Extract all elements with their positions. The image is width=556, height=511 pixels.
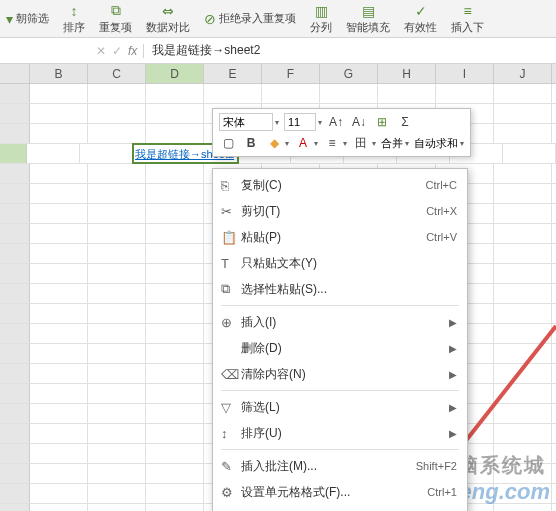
cell[interactable] bbox=[146, 284, 204, 303]
cell[interactable] bbox=[494, 184, 552, 203]
row-header[interactable] bbox=[0, 404, 30, 423]
cell[interactable] bbox=[30, 164, 88, 183]
cell[interactable] bbox=[30, 184, 88, 203]
cell[interactable] bbox=[494, 404, 552, 423]
ribbon-insert-down[interactable]: ≡ 插入下 bbox=[451, 3, 484, 35]
menu-item-15[interactable]: 从下拉列表中选择(K)... bbox=[213, 505, 467, 511]
cancel-icon[interactable]: ✕ bbox=[96, 44, 106, 58]
cell[interactable] bbox=[146, 304, 204, 323]
cell[interactable] bbox=[146, 84, 204, 103]
cell[interactable] bbox=[88, 384, 146, 403]
cell[interactable] bbox=[262, 84, 320, 103]
cell[interactable] bbox=[88, 284, 146, 303]
cell[interactable] bbox=[88, 364, 146, 383]
cell[interactable] bbox=[494, 324, 552, 343]
menu-item-11[interactable]: ↕排序(U)▶ bbox=[213, 420, 467, 446]
cell[interactable] bbox=[146, 504, 204, 511]
row-header[interactable] bbox=[0, 244, 30, 263]
select-all-corner[interactable] bbox=[0, 64, 30, 83]
row-header[interactable] bbox=[0, 104, 30, 123]
ribbon-validate[interactable]: ✓ 有效性 bbox=[404, 3, 437, 35]
row-header[interactable] bbox=[0, 344, 30, 363]
cell[interactable] bbox=[494, 164, 552, 183]
cell[interactable] bbox=[436, 84, 494, 103]
cell[interactable] bbox=[494, 424, 552, 443]
ribbon-filter-partial[interactable]: ▾ 朝筛选 bbox=[6, 11, 49, 27]
menu-item-0[interactable]: ⎘复制(C)Ctrl+C bbox=[213, 172, 467, 198]
ribbon-compare[interactable]: ⇔ 数据对比 bbox=[146, 3, 190, 35]
cell[interactable] bbox=[204, 84, 262, 103]
font-size-input[interactable] bbox=[284, 113, 316, 131]
cell[interactable] bbox=[88, 204, 146, 223]
cell[interactable] bbox=[494, 444, 552, 463]
row-header[interactable] bbox=[0, 384, 30, 403]
cell[interactable] bbox=[88, 264, 146, 283]
align-icon[interactable]: ≡ bbox=[323, 134, 341, 152]
cell[interactable] bbox=[494, 484, 552, 503]
cell[interactable] bbox=[30, 284, 88, 303]
cell[interactable] bbox=[494, 204, 552, 223]
sum-icon[interactable]: Σ bbox=[396, 113, 414, 131]
row-header[interactable] bbox=[0, 264, 30, 283]
cell[interactable] bbox=[494, 264, 552, 283]
cell[interactable] bbox=[146, 484, 204, 503]
cell[interactable] bbox=[146, 424, 204, 443]
cell[interactable] bbox=[146, 444, 204, 463]
cell[interactable] bbox=[88, 444, 146, 463]
cell[interactable] bbox=[88, 464, 146, 483]
cell[interactable] bbox=[146, 204, 204, 223]
cell[interactable] bbox=[494, 384, 552, 403]
cell[interactable] bbox=[146, 124, 204, 143]
borders-icon[interactable]: 田 bbox=[352, 134, 370, 152]
menu-item-13[interactable]: ✎插入批注(M)...Shift+F2 bbox=[213, 453, 467, 479]
cell[interactable] bbox=[88, 324, 146, 343]
menu-item-1[interactable]: ✂剪切(T)Ctrl+X bbox=[213, 198, 467, 224]
fill-color-icon[interactable]: ◆ bbox=[265, 134, 283, 152]
cell[interactable] bbox=[88, 164, 146, 183]
cell[interactable] bbox=[30, 384, 88, 403]
cell[interactable] bbox=[88, 244, 146, 263]
row-header[interactable] bbox=[0, 224, 30, 243]
cell[interactable] bbox=[146, 104, 204, 123]
ribbon-split[interactable]: ▥ 分列 bbox=[310, 3, 332, 35]
column-header-C[interactable]: C bbox=[88, 64, 146, 83]
column-header-I[interactable]: I bbox=[436, 64, 494, 83]
column-header-J[interactable]: J bbox=[494, 64, 552, 83]
row-header[interactable] bbox=[0, 324, 30, 343]
cell[interactable] bbox=[146, 384, 204, 403]
cell[interactable] bbox=[146, 164, 204, 183]
merge-cells-icon[interactable]: ⊞ bbox=[373, 113, 391, 131]
border-icon[interactable]: ▢ bbox=[219, 134, 237, 152]
cell[interactable] bbox=[30, 264, 88, 283]
cell[interactable] bbox=[30, 424, 88, 443]
cell[interactable] bbox=[88, 504, 146, 511]
column-header-B[interactable]: B bbox=[30, 64, 88, 83]
row-header[interactable] bbox=[0, 464, 30, 483]
cell[interactable] bbox=[88, 484, 146, 503]
row-header[interactable] bbox=[0, 204, 30, 223]
column-header-F[interactable]: F bbox=[262, 64, 320, 83]
cell[interactable] bbox=[146, 224, 204, 243]
cell[interactable] bbox=[146, 404, 204, 423]
cell[interactable] bbox=[88, 424, 146, 443]
bold-icon[interactable]: B bbox=[242, 134, 260, 152]
menu-item-7[interactable]: 删除(D)▶ bbox=[213, 335, 467, 361]
ribbon-dedup[interactable]: ⧉ 重复项 bbox=[99, 2, 132, 35]
formula-input[interactable]: 我是超链接→sheet2 bbox=[144, 42, 556, 59]
menu-item-6[interactable]: ⊕插入(I)▶ bbox=[213, 309, 467, 335]
menu-item-8[interactable]: ⌫清除内容(N)▶ bbox=[213, 361, 467, 387]
cell[interactable] bbox=[378, 84, 436, 103]
cell[interactable] bbox=[30, 364, 88, 383]
increase-font-icon[interactable]: A↑ bbox=[327, 113, 345, 131]
cell[interactable] bbox=[80, 144, 133, 163]
menu-item-14[interactable]: ⚙设置单元格格式(F)...Ctrl+1 bbox=[213, 479, 467, 505]
cell[interactable] bbox=[88, 104, 146, 123]
cell[interactable] bbox=[88, 224, 146, 243]
cell[interactable] bbox=[30, 84, 88, 103]
dropdown-icon[interactable]: ▾ bbox=[343, 139, 347, 148]
ribbon-smart-fill[interactable]: ▤ 智能填充 bbox=[346, 3, 390, 35]
cell[interactable] bbox=[30, 344, 88, 363]
cell[interactable] bbox=[494, 124, 552, 143]
cell[interactable] bbox=[30, 204, 88, 223]
cell[interactable] bbox=[30, 124, 88, 143]
